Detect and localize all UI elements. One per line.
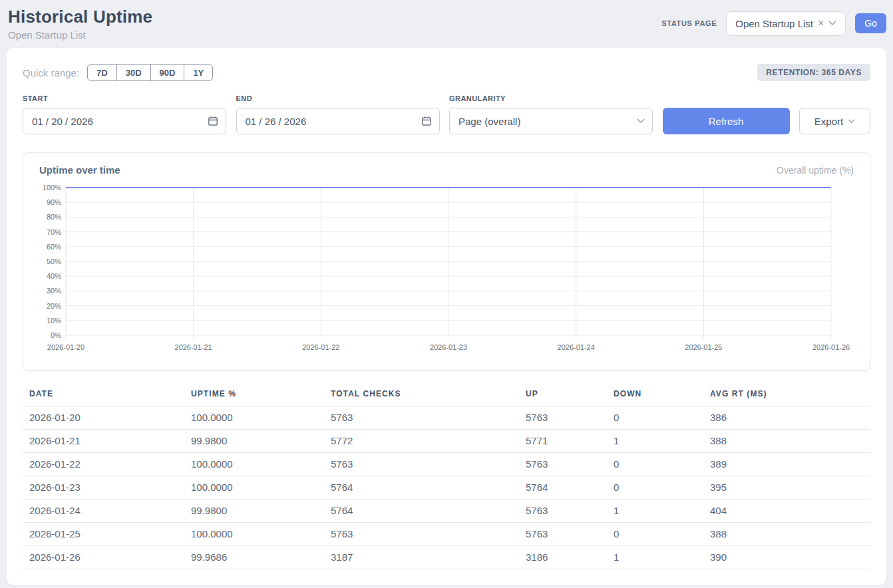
table-cell: 5763 bbox=[331, 523, 526, 546]
refresh-button[interactable]: Refresh bbox=[663, 108, 790, 134]
table-cell: 100.0000 bbox=[191, 523, 331, 546]
table-cell: 5764 bbox=[331, 476, 526, 500]
clear-selection-icon[interactable]: × bbox=[818, 18, 824, 29]
calendar-icon[interactable] bbox=[421, 116, 432, 126]
page-subtitle: Open Startup List bbox=[8, 29, 152, 41]
table-row: 2026-01-20100.0000576357630386 bbox=[23, 406, 870, 430]
end-date-field-group: END bbox=[236, 94, 440, 134]
end-date-input[interactable] bbox=[236, 108, 440, 134]
chart-legend: Overall uptime (%) bbox=[777, 165, 854, 176]
table-cell: 5763 bbox=[526, 406, 614, 430]
svg-text:60%: 60% bbox=[47, 243, 61, 251]
svg-text:2026-01-24: 2026-01-24 bbox=[558, 343, 595, 351]
chevron-down-icon bbox=[848, 119, 855, 124]
export-button[interactable]: Export bbox=[799, 108, 870, 134]
table-header-cell: TOTAL CHECKS bbox=[331, 385, 526, 406]
svg-text:100%: 100% bbox=[43, 184, 61, 192]
table-row: 2026-01-2499.9800576457631404 bbox=[23, 500, 870, 523]
table-cell: 2026-01-20 bbox=[23, 406, 191, 430]
granularity-field-group: GRANULARITY Page (overall) bbox=[449, 94, 653, 134]
start-date-field-group: START bbox=[23, 94, 226, 134]
table-header-cell: UP bbox=[526, 385, 614, 406]
start-date-label: START bbox=[23, 94, 226, 102]
table-body: 2026-01-20100.00005763576303862026-01-21… bbox=[23, 406, 870, 569]
quick-range-label: Quick range: bbox=[23, 67, 79, 78]
table-cell: 0 bbox=[614, 523, 710, 546]
filter-fields-row: START END GRANULARITY Page (overall) bbox=[23, 94, 870, 134]
table-cell: 5772 bbox=[331, 430, 526, 453]
granularity-label: GRANULARITY bbox=[449, 94, 653, 102]
table-cell: 2026-01-21 bbox=[23, 430, 191, 453]
table-cell: 390 bbox=[710, 546, 870, 569]
table-cell: 3186 bbox=[526, 546, 614, 569]
granularity-select[interactable]: Page (overall) bbox=[449, 108, 653, 134]
retention-badge: RETENTION: 365 DAYS bbox=[757, 64, 870, 81]
svg-text:2026-01-20: 2026-01-20 bbox=[47, 343, 85, 351]
svg-text:2026-01-23: 2026-01-23 bbox=[430, 343, 467, 351]
svg-text:70%: 70% bbox=[47, 228, 61, 236]
granularity-selected-value: Page (overall) bbox=[458, 116, 520, 127]
table-row: 2026-01-25100.0000576357630388 bbox=[23, 523, 870, 546]
quick-range-row: Quick range: 7D30D90D1Y RETENTION: 365 D… bbox=[23, 64, 870, 81]
svg-text:2026-01-21: 2026-01-21 bbox=[175, 343, 212, 351]
uptime-chart-card: Uptime over time Overall uptime (%) 0%10… bbox=[23, 152, 870, 370]
table-header-cell: AVG RT (MS) bbox=[710, 385, 870, 406]
page-header: Historical Uptime Open Startup List STAT… bbox=[0, 0, 893, 48]
table-cell: 100.0000 bbox=[191, 476, 331, 500]
table-header-row: DATEUPTIME %TOTAL CHECKSUPDOWNAVG RT (MS… bbox=[23, 385, 870, 406]
table-cell: 100.0000 bbox=[191, 406, 331, 430]
go-button[interactable]: Go bbox=[855, 13, 886, 33]
quick-range-90d-button[interactable]: 90D bbox=[150, 64, 185, 81]
svg-text:2026-01-26: 2026-01-26 bbox=[812, 343, 850, 351]
table-cell: 5764 bbox=[331, 500, 526, 523]
svg-text:80%: 80% bbox=[47, 213, 61, 221]
table-cell: 386 bbox=[710, 406, 870, 430]
svg-text:50%: 50% bbox=[47, 257, 61, 265]
table-cell: 1 bbox=[614, 430, 710, 453]
start-date-input[interactable] bbox=[23, 108, 226, 134]
header-controls: STATUS PAGE Open Startup List × Go bbox=[661, 11, 886, 36]
table-cell: 5764 bbox=[526, 476, 614, 500]
svg-text:30%: 30% bbox=[47, 287, 61, 295]
table-cell: 0 bbox=[614, 453, 710, 476]
table-row: 2026-01-2199.9800577257711388 bbox=[23, 430, 870, 453]
table-cell: 2026-01-26 bbox=[23, 546, 191, 569]
uptime-chart: 0%10%20%30%40%50%60%70%80%90%100%2026-01… bbox=[39, 181, 854, 362]
svg-text:2026-01-22: 2026-01-22 bbox=[302, 343, 339, 351]
table-cell: 2026-01-24 bbox=[23, 500, 191, 523]
table-cell: 2026-01-25 bbox=[23, 523, 191, 546]
table-cell: 388 bbox=[710, 523, 870, 546]
table-cell: 99.9800 bbox=[191, 430, 331, 453]
table-cell: 0 bbox=[614, 476, 710, 500]
quick-range-7d-button[interactable]: 7D bbox=[87, 64, 117, 81]
svg-text:20%: 20% bbox=[47, 302, 61, 310]
table-header-cell: DATE bbox=[23, 385, 191, 406]
status-page-select[interactable]: Open Startup List × bbox=[726, 11, 846, 36]
table-row: 2026-01-2699.9686318731861390 bbox=[23, 546, 870, 569]
quick-range-1y-button[interactable]: 1Y bbox=[184, 64, 213, 81]
table-row: 2026-01-22100.0000576357630389 bbox=[23, 453, 870, 476]
export-button-label: Export bbox=[814, 116, 843, 127]
table-cell: 99.9686 bbox=[191, 546, 331, 569]
svg-text:40%: 40% bbox=[47, 272, 61, 280]
table-cell: 5763 bbox=[526, 523, 614, 546]
table-cell: 1 bbox=[614, 546, 710, 569]
table-cell: 388 bbox=[710, 430, 870, 453]
calendar-icon[interactable] bbox=[208, 116, 218, 126]
table-cell: 5763 bbox=[331, 453, 526, 476]
chevron-down-icon bbox=[828, 21, 836, 26]
quick-range-30d-button[interactable]: 30D bbox=[116, 64, 151, 81]
table-cell: 404 bbox=[710, 500, 870, 523]
uptime-table: DATEUPTIME %TOTAL CHECKSUPDOWNAVG RT (MS… bbox=[23, 385, 870, 569]
table-row: 2026-01-23100.0000576457640395 bbox=[23, 476, 870, 500]
table-cell: 5763 bbox=[331, 406, 526, 430]
table-cell: 395 bbox=[710, 476, 870, 500]
main-panel: Quick range: 7D30D90D1Y RETENTION: 365 D… bbox=[7, 48, 886, 585]
svg-text:10%: 10% bbox=[47, 317, 61, 325]
table-header-cell: DOWN bbox=[614, 385, 710, 406]
table-cell: 389 bbox=[710, 453, 870, 476]
table-cell: 5763 bbox=[526, 453, 614, 476]
svg-text:0%: 0% bbox=[51, 331, 61, 339]
table-cell: 0 bbox=[614, 406, 710, 430]
status-page-label: STATUS PAGE bbox=[661, 19, 717, 27]
